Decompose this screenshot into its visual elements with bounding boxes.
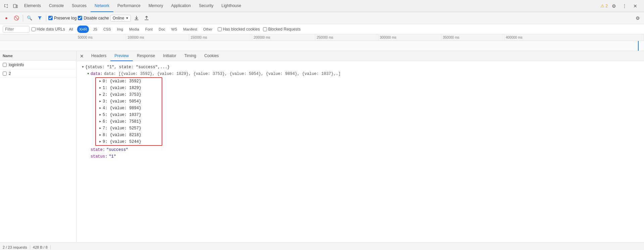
data-items-highlight: ▶ 0: {value: 3592} ▶ 1: {value: 1829} ▶ … <box>95 77 162 146</box>
warning-badge[interactable]: ⚠ 2 <box>600 3 608 8</box>
status-transferred: 428 B / 8 <box>30 245 51 249</box>
request-2-checkbox[interactable] <box>3 72 7 76</box>
data-item-0-toggle[interactable]: ▶ <box>98 78 103 84</box>
data-item-7-toggle[interactable]: ▶ <box>98 125 103 131</box>
network-toolbar: ● 🚫 🔍 Preserve log Disable cache Online … <box>0 12 644 24</box>
detail-tab-response[interactable]: Response <box>133 51 159 61</box>
data-item-8-toggle[interactable]: ▶ <box>98 132 103 138</box>
filter-type-other[interactable]: Other <box>201 26 215 33</box>
tab-performance[interactable]: Performance <box>113 0 145 12</box>
tab-lighthouse[interactable]: Lighthouse <box>217 0 245 12</box>
timeline-bar: 50000 ms 100000 ms 150000 ms 200000 ms 2… <box>0 34 644 51</box>
data-item-3-toggle[interactable]: ▶ <box>98 98 103 105</box>
request-2-name: 2 <box>9 71 11 76</box>
throttle-select[interactable]: Online ▼ <box>110 15 131 22</box>
filter-type-manifest[interactable]: Manifest <box>181 26 199 33</box>
inspect-icon-btn[interactable] <box>1 1 11 11</box>
tab-memory[interactable]: Memory <box>145 0 167 12</box>
timeline-label-2: 150000 ms <box>189 34 252 41</box>
data-item-4-toggle[interactable]: ▶ <box>98 105 103 111</box>
settings-btn[interactable]: ⚙ <box>609 1 619 11</box>
data-item-0: ▶ 0: {value: 3592} <box>96 78 162 85</box>
more-options-btn[interactable]: ⋮ <box>620 1 629 11</box>
has-blocked-cookies-checkbox[interactable] <box>218 27 222 31</box>
data-item-5-toggle[interactable]: ▶ <box>98 112 103 118</box>
device-mode-btn[interactable] <box>11 1 20 11</box>
request-row-2[interactable]: 2 <box>0 69 76 78</box>
svg-rect-0 <box>13 4 16 8</box>
json-root-line: ▼ {status: "1", state: "success",...} <box>80 64 640 71</box>
filter-type-doc[interactable]: Doc <box>157 26 167 33</box>
detail-tabs: ✕ Headers Preview Response Initiator Tim… <box>76 51 644 61</box>
tab-elements[interactable]: Elements <box>20 0 45 12</box>
detail-tab-cookies[interactable]: Cookies <box>200 51 223 61</box>
filter-type-img[interactable]: Img <box>115 26 125 33</box>
disable-cache-label[interactable]: Disable cache <box>78 16 109 20</box>
data-item-3: ▶ 3: {value: 5054} <box>96 98 162 105</box>
filter-type-xhr[interactable]: XHR <box>77 26 89 33</box>
timeline-label-5: 300000 ms <box>378 34 441 41</box>
json-state-line: state : "success" <box>80 147 640 153</box>
tab-application[interactable]: Application <box>167 0 195 12</box>
right-panel: ✕ Headers Preview Response Initiator Tim… <box>76 51 644 242</box>
blocked-requests-label[interactable]: Blocked Requests <box>263 27 301 32</box>
close-devtools-btn[interactable]: ✕ <box>631 1 640 11</box>
json-data-toggle[interactable]: ▼ <box>86 71 91 77</box>
status-bar: 2 / 23 requests 428 B / 8 <box>0 242 644 250</box>
timeline-label-4: 250000 ms <box>315 34 378 41</box>
disable-cache-checkbox[interactable] <box>78 16 82 20</box>
main-area: Name loginInfo 2 ✕ Headers Preview Respo… <box>0 51 644 242</box>
timeline-label-1: 100000 ms <box>126 34 189 41</box>
data-item-9-toggle[interactable]: ▶ <box>98 139 103 145</box>
detail-tab-preview[interactable]: Preview <box>110 51 133 61</box>
tab-console[interactable]: Console <box>45 0 68 12</box>
data-item-6: ▶ 6: {value: 7581} <box>96 118 162 125</box>
preserve-log-label[interactable]: Preserve log <box>48 16 76 20</box>
data-item-6-toggle[interactable]: ▶ <box>98 119 103 125</box>
tab-security[interactable]: Security <box>195 0 217 12</box>
left-panel-header: Name <box>0 51 76 60</box>
tab-sources[interactable]: Sources <box>68 0 91 12</box>
hide-data-urls-label[interactable]: Hide data URLs <box>32 27 65 32</box>
filter-type-ws[interactable]: WS <box>169 26 179 33</box>
preserve-log-checkbox[interactable] <box>48 16 53 20</box>
blocked-requests-checkbox[interactable] <box>263 27 267 31</box>
request-logininfo-checkbox[interactable] <box>3 63 7 67</box>
data-item-1: ▶ 1: {value: 1829} <box>96 85 162 91</box>
timeline-label-3: 200000 ms <box>252 34 315 41</box>
filter-type-media[interactable]: Media <box>127 26 141 33</box>
record-btn[interactable]: ● <box>2 14 11 23</box>
detail-close-btn[interactable]: ✕ <box>78 52 86 60</box>
detail-tab-initiator[interactable]: Initiator <box>159 51 180 61</box>
export-btn[interactable] <box>142 14 151 23</box>
has-blocked-cookies-label[interactable]: Has blocked cookies <box>218 27 260 32</box>
search-btn[interactable]: 🔍 <box>25 14 34 23</box>
detail-tab-headers[interactable]: Headers <box>87 51 110 61</box>
tab-network[interactable]: Network <box>91 0 113 12</box>
filter-input[interactable] <box>3 26 30 33</box>
filter-btn[interactable] <box>35 14 44 23</box>
filter-type-font[interactable]: Font <box>143 26 155 33</box>
import-btn[interactable] <box>132 14 141 23</box>
clear-btn[interactable]: 🚫 <box>12 14 21 23</box>
json-root-toggle[interactable]: ▼ <box>80 64 85 70</box>
data-item-9: ▶ 9: {value: 5244} <box>96 138 162 145</box>
network-settings-btn[interactable]: ⚙ <box>633 14 642 23</box>
separator-2 <box>46 15 46 22</box>
status-requests: 2 / 23 requests <box>3 245 30 249</box>
hide-data-urls-checkbox[interactable] <box>32 27 36 31</box>
filter-type-all[interactable]: All <box>67 26 75 33</box>
filter-type-js[interactable]: JS <box>91 26 99 33</box>
request-row-logininfo[interactable]: loginInfo <box>0 60 76 69</box>
data-item-2: ▶ 2: {value: 3753} <box>96 91 162 98</box>
data-item-2-toggle[interactable]: ▶ <box>98 92 103 98</box>
left-panel: Name loginInfo 2 <box>0 51 76 242</box>
data-item-4: ▶ 4: {value: 9894} <box>96 105 162 112</box>
json-status-line: status : "1" <box>80 153 640 160</box>
detail-tab-timing[interactable]: Timing <box>180 51 200 61</box>
svg-rect-1 <box>16 5 17 8</box>
data-item-1-toggle[interactable]: ▶ <box>98 85 103 91</box>
data-item-8: ▶ 8: {value: 8218} <box>96 132 162 138</box>
preview-content: ▼ {status: "1", state: "success",...} ▼ … <box>76 61 644 242</box>
filter-type-css[interactable]: CSS <box>101 26 113 33</box>
